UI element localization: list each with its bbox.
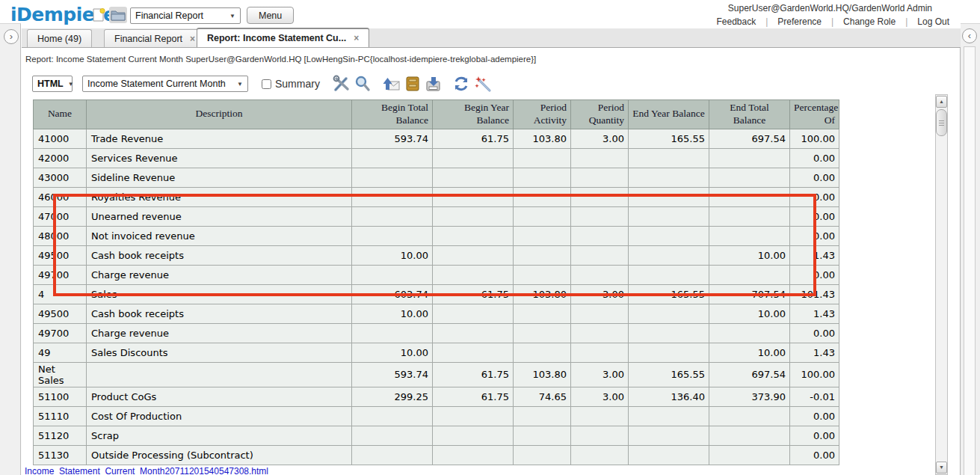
col-header-end-total-balance: End Total Balance — [709, 100, 790, 129]
cell-value: 697.54 — [709, 362, 790, 387]
report-toolbar: HTML ▼ Income Statement Current Month ▼ … — [32, 73, 493, 95]
report-file-link[interactable]: Income_Statement_Current_Month2071120154… — [25, 466, 268, 475]
cell-value — [514, 426, 571, 445]
table-row: 47000Unearned revenue0.00 — [34, 206, 839, 226]
format-select[interactable]: HTML ▼ — [32, 76, 73, 92]
cell-value — [571, 187, 629, 206]
cell-value: -0.01 — [790, 387, 839, 406]
tab-report-income-statement[interactable]: Report: Income Statement Cu... × — [197, 28, 369, 47]
cell-value — [514, 245, 571, 265]
cell-value: 3.00 — [571, 387, 629, 406]
close-icon[interactable]: × — [190, 34, 195, 44]
table-row: 42000Services Revenue0.00 — [34, 148, 839, 168]
table-row: 51130Outside Processing (Subcontract)0.0… — [34, 445, 839, 465]
cell-value: 0.00 — [790, 426, 839, 445]
table-row: 49500Cash book receipts10.0010.001.43 — [34, 304, 839, 323]
window-search-value: Financial Report — [135, 10, 203, 21]
cell-value — [709, 426, 790, 445]
cell-value: 10.00 — [352, 343, 433, 362]
cell-description: Sales — [87, 284, 352, 304]
cell-value — [433, 206, 514, 226]
cell-name: 51100 — [34, 387, 87, 406]
new-document-icon[interactable] — [90, 7, 108, 23]
report-title: Report: Income Statement Current Month S… — [25, 55, 536, 64]
cell-description: Cash book receipts — [87, 245, 352, 265]
scroll-up-arrow-icon[interactable]: ▲ — [936, 96, 947, 108]
menu-button[interactable]: Menu — [247, 7, 294, 24]
change-role-link[interactable]: Change Role — [833, 16, 905, 27]
collapse-east-panel-button[interactable]: ‹ — [962, 28, 977, 43]
cell-value — [514, 323, 571, 343]
tab-label: Financial Report — [114, 34, 182, 44]
vertical-scrollbar[interactable]: ▲ ▼ — [935, 94, 948, 475]
cell-value — [629, 445, 709, 465]
cell-name: 49700 — [34, 265, 87, 284]
cell-description — [87, 362, 352, 387]
east-panel-strip: ‹ — [961, 23, 980, 475]
table-row: 41000Trade Revenue593.7461.75103.803.001… — [34, 129, 839, 148]
cell-value — [571, 265, 629, 284]
feedback-link[interactable]: Feedback — [706, 16, 765, 27]
cell-value: 103.80 — [514, 129, 571, 148]
cell-value — [514, 265, 571, 284]
customize-icon[interactable] — [332, 74, 351, 94]
cell-value: 61.75 — [433, 129, 514, 148]
cell-description: Services Revenue — [87, 148, 352, 168]
cell-value — [433, 343, 514, 362]
close-icon[interactable]: × — [354, 33, 359, 43]
summary-label: Summary — [275, 78, 320, 90]
report-name-select[interactable]: Income Statement Current Month ▼ — [82, 76, 248, 92]
scroll-down-arrow-icon[interactable]: ▼ — [936, 462, 947, 474]
cell-value — [514, 148, 571, 168]
cell-value: 3.00 — [571, 362, 629, 387]
find-icon[interactable] — [353, 74, 372, 94]
chevron-down-icon: ▼ — [232, 81, 243, 88]
cell-value — [629, 265, 709, 284]
report-table: Name Description Begin Total Balance Beg… — [33, 99, 839, 465]
cell-value — [709, 187, 790, 206]
summary-checkbox[interactable] — [262, 79, 271, 89]
wizard-icon[interactable] — [473, 74, 493, 94]
report-viewer-panel: Report: Income Statement Current Month S… — [22, 48, 961, 475]
cell-value — [514, 304, 571, 323]
table-header-row: Name Description Begin Total Balance Beg… — [34, 100, 839, 129]
cell-value — [709, 206, 790, 226]
tab-financial-report[interactable]: Financial Report × — [104, 29, 206, 47]
preference-link[interactable]: Preference — [768, 16, 831, 27]
export-icon[interactable] — [423, 74, 443, 94]
cell-value: 103.80 — [514, 362, 571, 387]
cell-name: 51130 — [34, 445, 87, 465]
open-folder-icon[interactable] — [109, 7, 127, 23]
cell-value — [709, 406, 790, 426]
cell-value — [629, 426, 709, 445]
cell-value — [352, 426, 433, 445]
archive-icon[interactable] — [403, 74, 422, 94]
cell-value — [629, 168, 709, 187]
table-row: 49700Charge revenue0.00 — [34, 323, 839, 343]
header-links: Feedback | Preference | Change Role | Lo… — [706, 16, 959, 27]
top-header: iDempiere Financial Report ▼ Menu SuperU… — [0, 0, 980, 28]
cell-name: 49500 — [34, 304, 87, 323]
send-mail-icon[interactable] — [381, 74, 401, 94]
cell-value — [514, 187, 571, 206]
scrollbar-thumb[interactable] — [936, 109, 947, 136]
cell-value: 0.00 — [790, 206, 839, 226]
chevron-down-icon: ▼ — [225, 13, 235, 19]
cell-value: 0.00 — [790, 168, 839, 187]
cell-value — [433, 245, 514, 265]
refresh-icon[interactable] — [452, 74, 471, 94]
app-window: iDempiere Financial Report ▼ Menu SuperU… — [0, 0, 980, 475]
cell-value — [571, 168, 629, 187]
cell-value: 165.55 — [629, 129, 709, 148]
cell-value: 0.00 — [790, 148, 839, 168]
cell-value: 165.55 — [629, 362, 709, 387]
cell-description: Charge revenue — [87, 323, 352, 343]
cell-value: 1.43 — [790, 343, 839, 362]
cell-value: 0.00 — [790, 187, 839, 206]
expand-west-panel-button[interactable]: › — [4, 29, 19, 44]
tab-home[interactable]: Home (49) — [27, 29, 92, 47]
log-out-link[interactable]: Log Out — [907, 16, 959, 27]
cell-value — [514, 445, 571, 465]
cell-description: Trade Revenue — [87, 129, 352, 148]
window-search-combobox[interactable]: Financial Report ▼ — [130, 7, 241, 24]
